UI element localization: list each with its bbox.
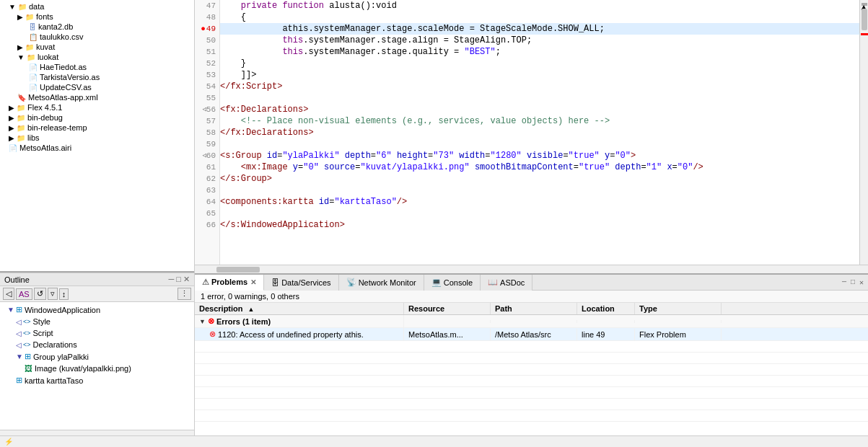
outline-header: Outline ─ □ ✕ [0, 273, 194, 286]
image-icon: 🖼 [25, 364, 32, 373]
errors-group-row[interactable]: ▼ ⊗ Errors (1 item) [195, 315, 868, 328]
vertical-scrollbar[interactable]: ▲ [859, 0, 868, 265]
outline-back-button[interactable]: ◁ [3, 288, 14, 300]
sidebar: ▼ 📁 data ▶ 📁 fonts 🗄 kanta2.db 📋 taulukk… [0, 0, 195, 435]
tree-item-taulukko[interactable]: 📋 taulukko.csv [0, 32, 194, 42]
minimize-icon[interactable]: ─ [169, 275, 175, 284]
close-panel-button[interactable]: ✕ [858, 278, 865, 288]
scroll-up-arrow[interactable]: ▲ [862, 3, 867, 6]
maximize-panel-button[interactable]: □ [849, 278, 856, 287]
tree-item-flex[interactable]: ▶ 📁 Flex 4.5.1 [0, 102, 194, 112]
tree-label: luokat [38, 53, 58, 61]
tab-label: Problems [211, 278, 247, 286]
tab-dataservices[interactable]: 🗄 Data/Services [264, 275, 338, 291]
header-resource[interactable]: Resource [404, 303, 491, 314]
file-tree: ▼ 📁 data ▶ 📁 fonts 🗄 kanta2.db 📋 taulukk… [0, 0, 194, 271]
outline-item-script[interactable]: ◁ <> Script [0, 327, 194, 339]
problems-tab-close[interactable]: ✕ [250, 278, 256, 286]
expand-icon: ▶ [9, 124, 14, 132]
expand-icon: ◁ [16, 341, 22, 349]
tree-item-kanta2db[interactable]: 🗄 kanta2.db [0, 22, 194, 32]
outline-label: Script [33, 329, 53, 337]
expand-icon: ▼ [9, 3, 16, 11]
outline-tree: ▼ ⊞ WindowedApplication ◁ <> Style ◁ <> … [0, 302, 194, 430]
code-line-63 [220, 185, 859, 196]
bottom-panel: ⚠ Problems ✕ 🗄 Data/Services 📡 Network M… [195, 273, 868, 435]
tree-item-metsoatlasairi[interactable]: 📄 MetsoAtlas.airi [0, 143, 194, 153]
code-line-58: </fx:Declarations> [220, 127, 859, 138]
header-location[interactable]: Location [577, 303, 635, 314]
outline-item-groupylapalkki[interactable]: ▼ ⊞ Group ylaPalkki [0, 350, 194, 363]
tree-item-tarkista[interactable]: 📄 TarkistaVersio.as [0, 72, 194, 82]
header-description[interactable]: Description ▲ [195, 303, 404, 314]
header-path[interactable]: Path [491, 303, 577, 314]
asdoc-icon: 📖 [488, 278, 498, 287]
code-line-65 [220, 208, 859, 219]
expand-icon: ▼ [17, 53, 25, 61]
tab-problems[interactable]: ⚠ Problems ✕ [195, 275, 264, 291]
triangle-expand-icon: ▼ [199, 318, 206, 325]
error-type: Flex Problem [635, 329, 722, 340]
scroll-thumb[interactable] [862, 9, 867, 30]
code-line-51: this.systemManager.stage.quality = "BEST… [220, 46, 859, 58]
tab-networkmonitor[interactable]: 📡 Network Monitor [339, 275, 424, 291]
minimize-panel-button[interactable]: ─ [841, 278, 848, 287]
tree-label: libs [27, 133, 40, 142]
code-line-55 [220, 92, 859, 104]
outline-title: Outline [4, 275, 30, 284]
close-icon[interactable]: ✕ [183, 275, 190, 284]
code-line-54: </fx:Script> [220, 81, 859, 92]
maximize-icon[interactable]: □ [176, 275, 181, 284]
tree-item-luokat[interactable]: ▼ 📁 luokat [0, 52, 194, 62]
outline-item-kartta[interactable]: ⊞ kartta karttaTaso [0, 374, 194, 386]
bottom-status-bar: ⚡ [0, 435, 868, 447]
xml-icon: 🔖 [17, 94, 26, 102]
outline-label: Image (kuvat/ylapalkki.png) [35, 364, 131, 373]
tree-item-updatecsv[interactable]: 📄 UpdateCSV.as [0, 82, 194, 92]
tree-label: taulukko.csv [40, 32, 84, 41]
code-line-66: </s:WindowedApplication> [220, 219, 859, 231]
csv-icon: 📋 [29, 33, 38, 41]
tree-label: kanta2.db [38, 22, 73, 31]
tree-label: HaeTiedot.as [40, 63, 87, 71]
code-scroll-area[interactable]: private function alusta():void { athis.s… [220, 0, 859, 265]
tree-item-metsoatlas[interactable]: 🔖 MetsoAtlas-app.xml [0, 92, 194, 102]
tab-asdoc[interactable]: 📖 ASDoc [481, 275, 532, 291]
empty-row-6 [195, 399, 868, 410]
outline-filter-button[interactable]: ▿ [48, 288, 58, 300]
tree-item-binrelease[interactable]: ▶ 📁 bin-release-temp [0, 123, 194, 133]
expand-icon: ▶ [17, 13, 23, 21]
code-line-56: <fx:Declarations> [220, 104, 859, 115]
tab-console[interactable]: 💻 Console [424, 275, 481, 291]
outline-item-declarations[interactable]: ◁ <> Declarations [0, 339, 194, 350]
tab-label: Data/Services [281, 278, 330, 287]
problems-table: Description ▲ Resource Path Location Typ… [195, 303, 868, 435]
folder-icon: 📁 [17, 114, 25, 122]
status-icon: ⚡ [4, 438, 13, 446]
code-line-64: <components:kartta id="karttaTaso"/> [220, 196, 859, 208]
errors-group-res [404, 320, 491, 323]
bracket-icon: <> [23, 341, 31, 348]
outline-menu-button[interactable]: ⋮ [177, 288, 191, 300]
tree-item-bindebug[interactable]: ▶ 📁 bin-debug [0, 112, 194, 123]
outline-as-button[interactable]: AS [16, 288, 32, 300]
outline-item-image[interactable]: 🖼 Image (kuvat/ylapalkki.png) [0, 363, 194, 374]
error-row-0[interactable]: ⊗ 1120: Access of undefined property ath… [195, 328, 868, 341]
code-area[interactable]: 47 48 ●49 50 51 52 53 54 55 ◁56 57 58 59… [195, 0, 868, 265]
expand-icon: ▶ [9, 134, 14, 142]
tree-item-data[interactable]: ▼ 📁 data [0, 1, 194, 12]
file-icon: 📄 [9, 144, 17, 152]
tree-item-haetiedot[interactable]: 📄 HaeTiedot.as [0, 62, 194, 72]
tree-item-fonts[interactable]: ▶ 📁 fonts [0, 12, 194, 22]
tree-item-libs[interactable]: ▶ 📁 libs [0, 133, 194, 143]
h-scroll-thumb[interactable] [216, 267, 260, 273]
outline-label: Group ylaPalkki [33, 353, 89, 361]
code-line-62: </s:Group> [220, 173, 859, 185]
outline-refresh-button[interactable]: ↺ [34, 288, 46, 300]
horizontal-scrollbar[interactable] [195, 265, 868, 273]
tree-item-kuvat[interactable]: ▶ 📁 kuvat [0, 42, 194, 52]
outline-item-style[interactable]: ◁ <> Style [0, 316, 194, 327]
outline-item-windowedapp[interactable]: ▼ ⊞ WindowedApplication [0, 304, 194, 316]
header-type[interactable]: Type [635, 303, 722, 314]
outline-sort-button[interactable]: ↕ [59, 288, 69, 300]
